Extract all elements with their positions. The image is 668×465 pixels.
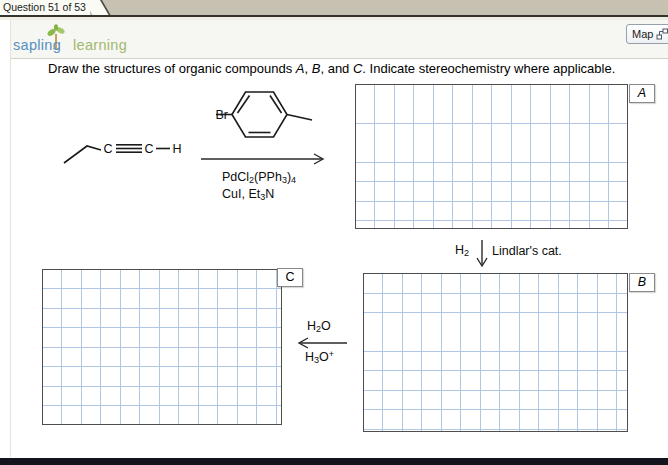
catalyst-text: PdCl2(PPh3)4 [222, 170, 296, 185]
question-text: Draw the structures of organic compounds… [48, 61, 648, 76]
answer-box-b[interactable] [363, 273, 628, 432]
brand-logo: saplinglearning [13, 37, 127, 53]
h3o-t2: O [319, 350, 329, 364]
answer-box-c[interactable] [42, 269, 282, 425]
answer-label-c-text: C [285, 270, 294, 284]
reagents-t1: CuI, Et [222, 187, 260, 201]
map-button-label: Map [632, 28, 653, 40]
co-reagents-text: CuI, Et3N [222, 187, 274, 202]
answer-label-a: A [629, 84, 655, 103]
question-tab-label: Question 51 of 53 [3, 0, 86, 14]
reagents-t2: N [265, 187, 274, 201]
catalyst-t1: PdCl [222, 170, 249, 184]
compound-c-ref: C [353, 61, 362, 76]
brand-word-learning: learning [73, 37, 127, 53]
h2o-t2: O [321, 319, 331, 333]
answer-label-b: B [629, 273, 655, 292]
h3o-t1: H [305, 350, 314, 364]
left-arrow-icon [295, 336, 351, 350]
answer-box-a[interactable] [355, 84, 628, 229]
catalyst-t2: (PPh [254, 170, 282, 184]
coupling-arrow-icon [199, 152, 327, 166]
hydrogen-text: H2 [455, 243, 469, 258]
hydronium-text: H3O+ [305, 349, 334, 365]
water-text: H2O [307, 319, 331, 334]
h3o-sup: + [329, 349, 334, 359]
bromotoluene-structure: Br [198, 82, 333, 146]
answer-label-a-text: A [638, 86, 646, 100]
bottom-bar [0, 458, 668, 465]
h2-t1: H [455, 243, 464, 257]
alkyne-c2-label: C [144, 142, 153, 156]
brand-word-sapling: sapling [13, 37, 61, 53]
down-arrow-icon [474, 238, 490, 270]
alkyne-c1-label: C [103, 142, 112, 156]
lindlar-text: Lindlar's cat. [492, 244, 562, 258]
browser-tab-bar: Question 51 of 53 [0, 0, 668, 17]
question-sep1: , [305, 61, 312, 76]
question-part2: . Indicate stereochemistry where applica… [362, 61, 615, 76]
content-left-border [10, 20, 11, 457]
butyne-structure: C C H [56, 126, 206, 174]
h2o-t1: H [307, 319, 316, 333]
compound-a-ref: A [296, 61, 305, 76]
sitemap-icon [656, 28, 668, 40]
catalyst-s3: 4 [291, 175, 296, 185]
h2-s1: 2 [464, 248, 469, 258]
answer-label-b-text: B [638, 275, 646, 289]
question-sep2: , and [320, 61, 353, 76]
map-button[interactable]: Map [626, 24, 668, 44]
answer-label-c: C [277, 268, 303, 287]
question-part1: Draw the structures of organic compounds [48, 61, 296, 76]
alkyne-h-label: H [172, 142, 181, 156]
screen: Question 51 of 53 saplinglearning Map Dr… [0, 0, 668, 465]
